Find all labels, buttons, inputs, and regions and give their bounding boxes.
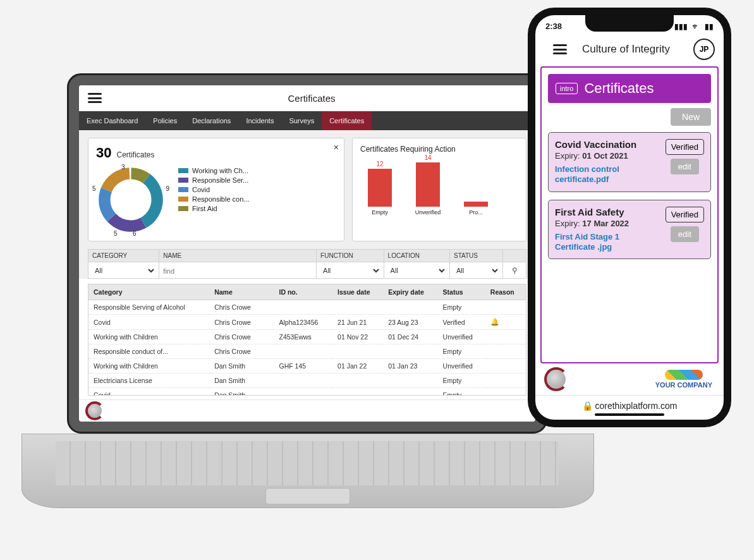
legend-item: Working with Ch... (178, 167, 250, 174)
battery-icon: ▮▮ (705, 22, 714, 31)
donut-value-top: 3 (121, 164, 125, 171)
column-header[interactable]: Issue date (332, 284, 383, 300)
cert-file-link[interactable]: Infection control certificate.pdf (555, 164, 660, 185)
donut-value-left: 5 (92, 185, 96, 192)
table-row[interactable]: Responsible Serving of AlcoholChris Crow… (88, 300, 526, 315)
filter-category[interactable]: All (91, 265, 156, 276)
table-row[interactable]: Responsible conduct of...Chris CroweEmpt… (88, 344, 526, 359)
filter-location[interactable]: All (387, 265, 447, 276)
lock-icon: 🔒 (582, 401, 593, 411)
table-row[interactable]: CovidDan SmithEmpty (88, 388, 526, 396)
phone-screen: 2:38 ▮▮▮ ᯤ ▮▮ Culture of Integrity JP in… (535, 15, 724, 420)
laptop-frame: Certificates Exec DashboardPoliciesDecla… (67, 73, 547, 434)
cert-file-link[interactable]: First Aid Stage 1 Certificate .jpg (555, 232, 660, 253)
donut-value-right: 9 (166, 185, 169, 192)
filter-function[interactable]: All (319, 265, 381, 276)
bar-label: Pro... (469, 209, 483, 216)
home-indicator (595, 413, 664, 416)
phone-notch (585, 15, 674, 32)
legend-item: Responsible con... (178, 195, 250, 203)
certificate-count-label: Certificates (116, 150, 154, 159)
legend-swatch (178, 168, 188, 173)
tab-surveys[interactable]: Surveys (281, 111, 322, 130)
table-row[interactable]: Working with ChildrenChris CroweZ453Ewws… (88, 330, 526, 344)
intro-pill[interactable]: intro (556, 83, 578, 94)
tab-certificates[interactable]: Certificates (322, 111, 372, 130)
legend-item: Responsible Ser... (178, 176, 250, 184)
banner-title: Certificates (584, 80, 654, 97)
filter-header: CATEGORY (88, 250, 159, 262)
cert-expiry: Expiry: 17 Mar 2022 (555, 219, 660, 228)
edit-button[interactable]: edit (671, 226, 699, 242)
url-text: corethixplatform.com (595, 401, 677, 411)
signal-icon: ▮▮▮ (674, 22, 688, 31)
filter-name-input[interactable] (162, 266, 313, 276)
laptop-screen: Certificates Exec DashboardPoliciesDecla… (79, 85, 535, 422)
certificates-banner: intro Certificates (548, 74, 711, 103)
tab-incidents[interactable]: Incidents (238, 111, 281, 130)
edit-button[interactable]: edit (671, 159, 699, 174)
bar-column: Pro... (460, 200, 492, 216)
action-card-title: Certificates Requiring Action (360, 145, 518, 154)
certificates-summary-card: × 30 Certificates (88, 138, 344, 241)
corethix-logo-icon (547, 370, 566, 389)
legend-swatch (178, 178, 188, 183)
bell-icon: 🔔 (490, 318, 499, 326)
phone-header-title: Culture of Integrity (582, 43, 687, 56)
page-title: Certificates (111, 93, 513, 104)
laptop-keyboard (56, 441, 559, 485)
phone-footer-logos: YOUR COMPANY (535, 363, 724, 395)
table-row[interactable]: Working with ChildrenDan SmithGHF 14501 … (88, 359, 526, 374)
action-required-card: Certificates Requiring Action 12Empty14U… (352, 138, 526, 241)
filter-header: STATUS (450, 250, 503, 262)
avatar[interactable]: JP (693, 39, 715, 60)
phone-header: Culture of Integrity JP (535, 33, 724, 66)
donut-value-br: 6 (133, 230, 137, 237)
close-icon[interactable]: × (334, 142, 339, 152)
corethix-logo-icon (88, 404, 102, 418)
legend-swatch (178, 187, 188, 192)
status-badge: Verified (666, 139, 704, 155)
column-header[interactable]: Category (88, 284, 209, 300)
column-header[interactable]: Status (438, 284, 485, 300)
legend-swatch (178, 206, 188, 211)
bar-chart: 12Empty14UnverifiedPro... (360, 159, 518, 216)
cert-title: First Aid Safety (555, 207, 660, 217)
filter-status[interactable]: All (453, 265, 500, 276)
laptop-trackpad (265, 488, 350, 504)
donut-value-bl: 5 (114, 230, 118, 237)
menu-icon[interactable] (88, 93, 102, 103)
company-label: YOUR COMPANY (655, 381, 712, 389)
table-row[interactable]: CovidChris CroweAlpha12345621 Jun 2123 A… (88, 315, 526, 330)
filter-header: LOCATION (384, 250, 449, 262)
certificate-card: First Aid SafetyExpiry: 17 Mar 2022First… (548, 200, 711, 260)
certificate-card: Covid VaccinationExpiry: 01 Oct 2021Infe… (548, 132, 711, 192)
legend-label: First Aid (192, 205, 217, 212)
phone-frame: 2:38 ▮▮▮ ᯤ ▮▮ Culture of Integrity JP in… (528, 8, 731, 427)
legend-item: First Aid (178, 205, 250, 212)
cert-expiry: Expiry: 01 Oct 2021 (555, 151, 660, 161)
bar-label: Unverified (415, 209, 441, 216)
donut-chart: 3 9 6 5 5 (96, 165, 166, 234)
column-header[interactable]: Expiry date (383, 284, 437, 300)
new-button[interactable]: New (671, 108, 711, 126)
bar-column: 12Empty (364, 161, 396, 216)
certificates-table: CategoryNameID no.Issue dateExpiry dateS… (88, 284, 526, 396)
filter-icon[interactable]: ⚲ (503, 262, 526, 279)
tab-declarations[interactable]: Declarations (185, 111, 238, 130)
tab-policies[interactable]: Policies (145, 111, 185, 130)
column-header[interactable]: Reason (485, 284, 526, 300)
legend-label: Responsible Ser... (192, 176, 248, 184)
bar (368, 169, 392, 207)
table-row[interactable]: Electricians LicenseDan SmithEmpty (88, 374, 526, 388)
bar (464, 202, 488, 207)
tab-exec-dashboard[interactable]: Exec Dashboard (79, 111, 145, 130)
wifi-icon: ᯤ (692, 22, 700, 31)
bar-value: 12 (376, 161, 383, 167)
cert-title: Covid Vaccination (555, 139, 660, 150)
phone-menu-icon[interactable] (553, 44, 567, 54)
column-header[interactable]: Name (209, 284, 274, 300)
legend-label: Covid (192, 186, 210, 193)
column-header[interactable]: ID no. (274, 284, 332, 300)
legend-label: Responsible con... (192, 195, 250, 203)
